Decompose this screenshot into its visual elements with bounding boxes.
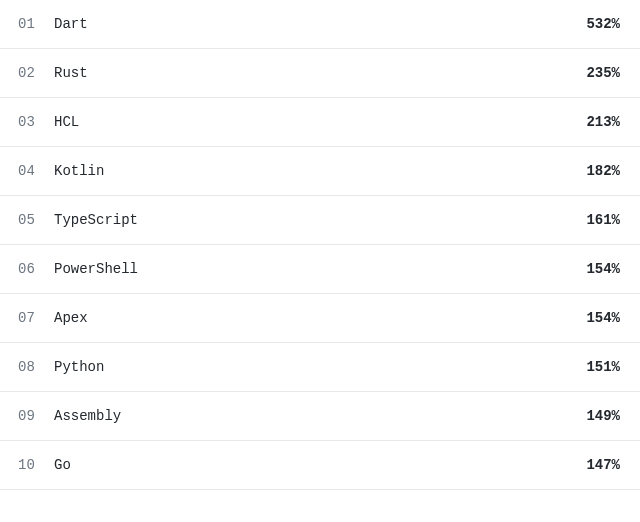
rank: 06: [18, 261, 54, 277]
list-item: 10 Go 147%: [0, 441, 640, 490]
label: PowerShell: [54, 261, 586, 277]
rank: 07: [18, 310, 54, 326]
list-item: 04 Kotlin 182%: [0, 147, 640, 196]
rank: 08: [18, 359, 54, 375]
list-item: 08 Python 151%: [0, 343, 640, 392]
list-item: 03 HCL 213%: [0, 98, 640, 147]
value: 149%: [586, 408, 620, 424]
label: Kotlin: [54, 163, 586, 179]
rank: 01: [18, 16, 54, 32]
list-item: 01 Dart 532%: [0, 0, 640, 49]
value: 154%: [586, 310, 620, 326]
rank: 04: [18, 163, 54, 179]
value: 235%: [586, 65, 620, 81]
ranked-list: 01 Dart 532% 02 Rust 235% 03 HCL 213% 04…: [0, 0, 640, 490]
label: Python: [54, 359, 586, 375]
value: 151%: [586, 359, 620, 375]
value: 161%: [586, 212, 620, 228]
list-item: 07 Apex 154%: [0, 294, 640, 343]
label: Rust: [54, 65, 586, 81]
label: HCL: [54, 114, 586, 130]
list-item: 05 TypeScript 161%: [0, 196, 640, 245]
list-item: 09 Assembly 149%: [0, 392, 640, 441]
value: 213%: [586, 114, 620, 130]
list-item: 06 PowerShell 154%: [0, 245, 640, 294]
rank: 10: [18, 457, 54, 473]
value: 147%: [586, 457, 620, 473]
rank: 02: [18, 65, 54, 81]
rank: 09: [18, 408, 54, 424]
rank: 03: [18, 114, 54, 130]
label: Dart: [54, 16, 586, 32]
label: TypeScript: [54, 212, 586, 228]
label: Apex: [54, 310, 586, 326]
list-item: 02 Rust 235%: [0, 49, 640, 98]
label: Go: [54, 457, 586, 473]
value: 154%: [586, 261, 620, 277]
value: 182%: [586, 163, 620, 179]
value: 532%: [586, 16, 620, 32]
rank: 05: [18, 212, 54, 228]
label: Assembly: [54, 408, 586, 424]
